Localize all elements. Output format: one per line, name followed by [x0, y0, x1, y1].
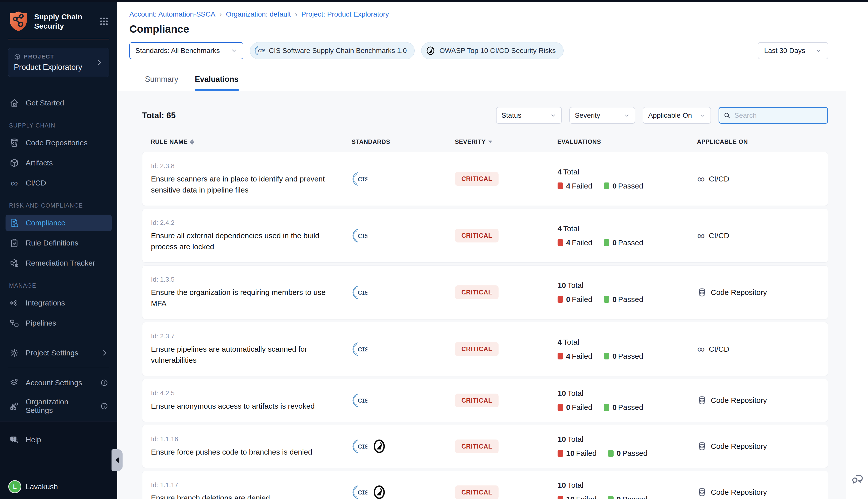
project-name: Product Exploratory — [14, 63, 95, 72]
tab-summary[interactable]: Summary — [145, 75, 178, 91]
sidebar-item-integrations[interactable]: Integrations — [5, 295, 112, 311]
breadcrumb-account-link[interactable]: Account: Automation-SSCA — [129, 10, 215, 18]
user-menu[interactable]: L Lavakush — [5, 481, 112, 492]
rule-title: Ensure anonymous access to artifacts is … — [151, 401, 334, 412]
sidebar-item-project-settings[interactable]: Project Settings — [5, 345, 112, 361]
standards-dropdown[interactable]: Standards: All Benchmarks — [129, 42, 243, 59]
brand-accent-divider — [8, 39, 109, 39]
applicable-on-cell: ∞ CI/CD — [697, 344, 828, 354]
sidebar-collapse-handle[interactable] — [111, 449, 123, 471]
eval-passed-label: Passed — [618, 403, 643, 411]
chip-label: OWASP Top 10 CI/CD Security Risks — [439, 47, 556, 55]
sidebar-item-label: CI/CD — [26, 179, 46, 187]
cicd-icon: ∞ — [697, 174, 705, 184]
sidebar-item-pipelines[interactable]: Pipelines — [5, 315, 112, 331]
applicable-on-label: CI/CD — [709, 345, 730, 353]
failed-indicator — [557, 239, 563, 246]
project-switcher[interactable]: PROJECT Product Exploratory — [8, 48, 109, 77]
table-row[interactable]: Id: 2.3.8 Ensure scanners are in place t… — [142, 152, 828, 206]
table-row[interactable]: Id: 1.3.5 Ensure the organization is req… — [142, 265, 828, 319]
eval-passed-count: 0 — [612, 295, 617, 303]
sidebar-item-code-repositories[interactable]: Code Repositories — [5, 135, 112, 151]
breadcrumb-organization-link[interactable]: Organization: default — [226, 10, 291, 18]
sidebar-item-compliance[interactable]: Compliance — [5, 215, 112, 231]
table-row[interactable]: Id: 2.4.2 Ensure all external dependenci… — [142, 209, 828, 263]
eval-failed-label: Failed — [576, 449, 596, 457]
table-controls: Total: 65 Status Severity — [142, 107, 828, 124]
rule-id: Id: 4.2.5 — [151, 389, 352, 397]
project-box-icon — [14, 53, 21, 60]
rule-id: Id: 1.3.5 — [151, 276, 352, 283]
passed-indicator — [604, 182, 609, 189]
sidebar-nav: Get Started SUPPLY CHAIN Code Repositori… — [0, 88, 117, 421]
applicable-on-cell: Code Repository — [697, 441, 828, 451]
section-label-risk-compliance: RISK AND COMPLIANCE — [9, 202, 108, 209]
sidebar-footer: ? Help L Lavakush — [0, 421, 117, 499]
eval-failed-label: Failed — [572, 295, 592, 303]
main-content: Account: Automation-SSCA › Organization:… — [117, 0, 846, 499]
section-label-supply-chain: SUPPLY CHAIN — [9, 122, 108, 129]
sidebar-item-account-settings[interactable]: Account Settings — [5, 375, 112, 391]
failed-indicator — [557, 182, 563, 189]
sidebar-item-organization-settings[interactable]: Organization Settings — [5, 394, 112, 418]
standards-cell: CIS — [352, 392, 455, 408]
chip-cis-benchmark[interactable]: CIS CIS Software Supply Chain Benchmarks… — [250, 42, 414, 59]
status-filter-dropdown[interactable]: Status — [496, 107, 562, 124]
passed-indicator — [604, 353, 609, 360]
table-row[interactable]: Id: 1.1.17 Ensure branch deletions are d… — [142, 471, 828, 499]
rule-title: Ensure all external dependencies used in… — [151, 230, 334, 252]
column-header-severity[interactable]: SEVERITY — [455, 138, 557, 145]
sort-icon[interactable] — [190, 139, 194, 145]
standards-cell: CIS — [352, 341, 455, 357]
standards-cell: CIS — [352, 171, 455, 187]
evaluations-cell: 10Total 10Failed 0Passed — [557, 481, 697, 499]
date-range-dropdown[interactable]: Last 30 Days — [758, 42, 828, 59]
eval-total-label: Total — [567, 435, 583, 443]
cicd-icon: ∞ — [697, 230, 705, 241]
sidebar-item-cicd[interactable]: ∞ CI/CD — [5, 175, 112, 191]
breadcrumb-project-link[interactable]: Project: Product Exploratory — [301, 10, 389, 18]
collapse-arrow-icon — [115, 457, 119, 463]
table-row[interactable]: Id: 1.1.16 Ensure force pushes code to b… — [142, 425, 828, 468]
column-header-applicable-on: APPLICABLE ON — [697, 138, 828, 145]
eval-passed-count: 0 — [612, 182, 617, 190]
sidebar-item-help[interactable]: ? Help — [5, 431, 112, 448]
tab-evaluations[interactable]: Evaluations — [195, 75, 239, 91]
evaluations-cell: 10Total 0Failed 0Passed — [557, 389, 697, 412]
sidebar-item-get-started[interactable]: Get Started — [5, 95, 112, 111]
eval-total-count: 10 — [557, 281, 566, 289]
applicable-on-filter-dropdown[interactable]: Applicable On — [643, 107, 711, 124]
sidebar-item-label: Get Started — [26, 99, 64, 107]
info-icon[interactable] — [100, 379, 108, 387]
gear-icon — [9, 348, 20, 358]
sidebar-item-label: Project Settings — [26, 349, 79, 357]
sidebar-item-remediation-tracker[interactable]: Remediation Tracker — [5, 255, 112, 271]
applicable-on-label: Code Repository — [711, 488, 767, 497]
table-row[interactable]: Id: 2.3.7 Ensure pipelines are automatic… — [142, 322, 828, 376]
eval-total-count: 4 — [557, 168, 562, 176]
cis-standard-icon: CIS — [352, 392, 367, 408]
evaluations-cell: 4Total 4Failed 0Passed — [557, 224, 697, 247]
eval-total-count: 10 — [557, 481, 566, 489]
support-chat-icon[interactable] — [850, 472, 864, 486]
code-repository-icon — [697, 288, 707, 297]
search-input[interactable] — [734, 111, 823, 120]
rule-id: Id: 1.1.17 — [151, 481, 352, 489]
svg-text:CIS: CIS — [258, 49, 265, 53]
chip-owasp-top10[interactable]: OWASP Top 10 CI/CD Security Risks — [421, 42, 564, 59]
chevron-down-icon — [624, 112, 630, 119]
sidebar-item-label: Remediation Tracker — [26, 259, 95, 267]
layers-gear-icon — [9, 378, 20, 388]
sidebar-item-rule-definitions[interactable]: Rule Definitions — [5, 235, 112, 251]
column-header-rule-name[interactable]: RULE NAME — [142, 138, 352, 145]
sidebar-item-artifacts[interactable]: Artifacts — [5, 155, 112, 171]
severity-badge: CRITICAL — [455, 393, 498, 407]
sidebar: Supply Chain Security PROJECT — [0, 0, 117, 499]
table-row[interactable]: Id: 4.2.5 Ensure anonymous access to art… — [142, 379, 828, 422]
standards-cell: CIS — [352, 228, 455, 243]
app-grid-icon[interactable] — [98, 15, 110, 27]
severity-filter-dropdown[interactable]: Severity — [569, 107, 635, 124]
total-count: Total: 65 — [142, 111, 176, 120]
search-field[interactable] — [719, 107, 828, 124]
info-icon[interactable] — [100, 402, 108, 410]
